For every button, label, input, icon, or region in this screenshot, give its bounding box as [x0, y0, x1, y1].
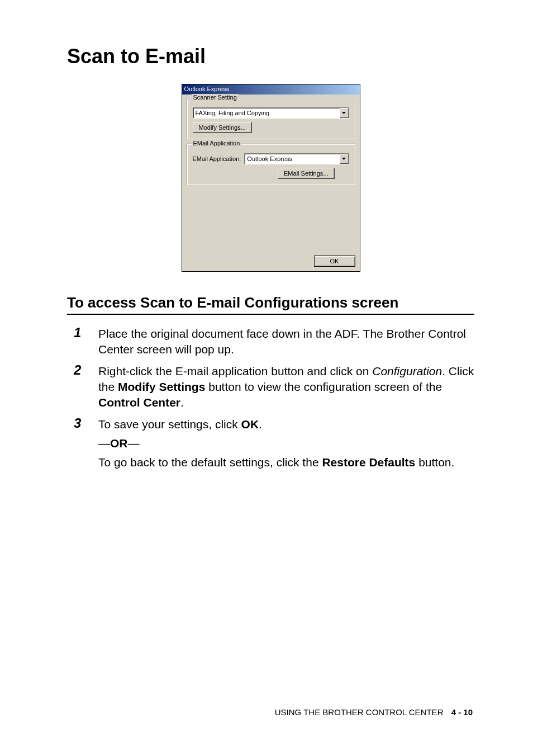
footer-text: USING THE BROTHER CONTROL CENTER: [275, 707, 444, 717]
step-text: To save your settings, click OK. —OR— To…: [98, 417, 474, 474]
scanner-setting-group: Scanner Setting FAXing, Filing and Copyi…: [187, 98, 355, 139]
email-application-dropdown[interactable]: Outlook Express: [244, 153, 349, 164]
step-text: Right-click the E-mail application butto…: [98, 363, 474, 411]
step-number: 2: [74, 363, 98, 411]
ok-button[interactable]: OK: [314, 256, 355, 267]
email-application-value: Outlook Express: [247, 155, 292, 162]
step-text: Place the original document face down in…: [98, 326, 474, 358]
chevron-down-icon[interactable]: [340, 154, 349, 164]
svg-marker-1: [342, 158, 346, 160]
scanner-preset-value: FAXing, Filing and Copying: [196, 110, 270, 116]
email-settings-button[interactable]: EMail Settings...: [278, 168, 334, 179]
section-heading: To access Scan to E-mail Configurations …: [67, 294, 474, 315]
step-number: 1: [74, 326, 98, 358]
svg-marker-0: [342, 112, 346, 114]
scanner-preset-dropdown[interactable]: FAXing, Filing and Copying: [193, 107, 349, 119]
page-footer: USING THE BROTHER CONTROL CENTER 4 - 10: [275, 707, 473, 717]
chevron-down-icon[interactable]: [340, 108, 349, 118]
list-item: 3 To save your settings, click OK. —OR— …: [74, 417, 474, 474]
email-application-group: EMail Application EMail Application: Out…: [187, 144, 355, 185]
page-number: 4 - 10: [451, 707, 473, 717]
step-number: 3: [74, 417, 98, 474]
email-application-legend: EMail Application: [192, 140, 242, 147]
list-item: 1 Place the original document face down …: [74, 326, 474, 358]
instruction-list: 1 Place the original document face down …: [67, 326, 474, 474]
dialog-titlebar: Outlook Express: [182, 84, 360, 94]
dialog-screenshot: Outlook Express Scanner Setting FAXing, …: [67, 84, 474, 272]
list-item: 2 Right-click the E-mail application but…: [74, 363, 474, 411]
modify-settings-button[interactable]: Modify Settings...: [193, 122, 252, 133]
scanner-setting-legend: Scanner Setting: [192, 94, 239, 101]
page-title: Scan to E-mail: [67, 45, 474, 68]
email-application-label: EMail Application:: [193, 155, 241, 162]
outlook-express-dialog: Outlook Express Scanner Setting FAXing, …: [182, 84, 360, 272]
